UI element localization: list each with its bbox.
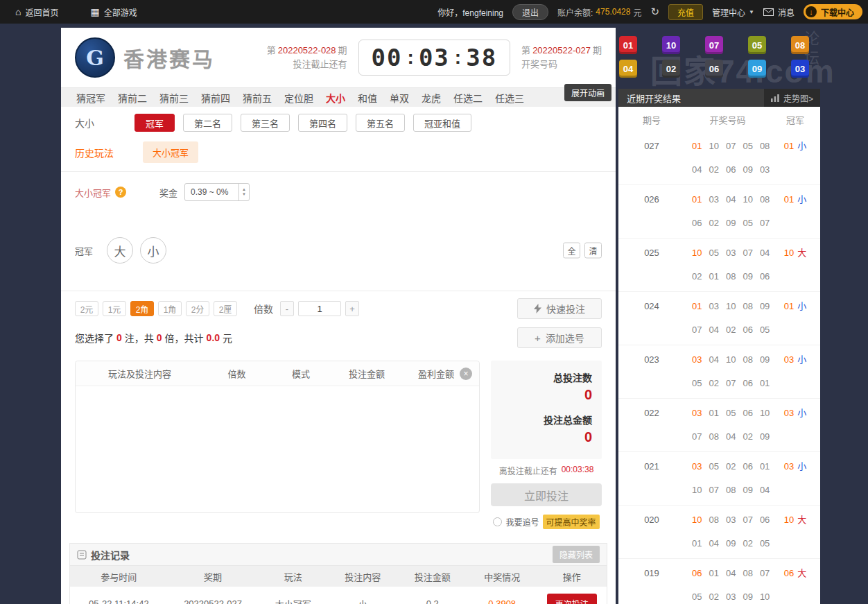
result-champion: 10大 [770,245,820,284]
champion-number: 03 [784,354,794,365]
amount-chip-2厘[interactable]: 2厘 [214,301,237,316]
plus-icon: + [535,332,541,344]
help-icon[interactable]: ? [115,187,126,198]
lottery-ball: 01 [619,36,637,54]
result-number-line: 0104090205 [692,536,770,551]
home-icon: ⌂ [15,6,21,17]
brand-title: 香港赛马 [123,42,215,73]
result-number: 04 [760,245,770,261]
nav-tab-猜前三[interactable]: 猜前三 [159,91,189,105]
position-button-冠军[interactable]: 冠军 [134,114,175,132]
nav-tab-猜前五[interactable]: 猜前五 [243,91,272,105]
result-number: 09 [726,536,736,551]
amount-chip-2分[interactable]: 2分 [186,301,209,316]
select-all-button[interactable]: 全 [563,243,580,259]
result-number: 01 [692,192,702,207]
balance-unit: 元 [633,6,641,18]
size-option-小[interactable]: 小 [140,237,166,264]
champion-number: 10 [784,248,794,258]
amount-chip-2角[interactable]: 2角 [130,301,154,316]
position-button-第三名[interactable]: 第三名 [241,114,290,132]
download-center-button[interactable]: ↓ 下载中心 [804,4,862,19]
messages-link[interactable]: 消息 [763,6,795,18]
result-number: 04 [760,483,770,498]
result-champion: 03小 [770,352,820,391]
grid-icon: ▦ [90,6,99,17]
result-number: 02 [692,269,702,284]
nav-tabs: 猜冠军猜前二猜前三猜前四猜前五定位胆大小和值单双龙虎任选二任选三 [76,91,524,105]
nav-tab-定位胆[interactable]: 定位胆 [284,91,313,105]
spinner-up-icon: ▲ [242,187,246,192]
position-button-冠亚和值[interactable]: 冠亚和值 [413,114,471,132]
result-number: 03 [726,589,736,604]
result-number-line: 0708040209 [692,429,770,445]
result-number: 10 [760,589,770,604]
nav-tab-单双[interactable]: 单双 [390,91,409,105]
nav-tab-猜前四[interactable]: 猜前四 [201,91,230,105]
position-button-第四名[interactable]: 第四名 [298,114,347,132]
result-issue: 020 [618,512,685,551]
nav-tab-和值[interactable]: 和值 [358,91,377,105]
position-button-第五名[interactable]: 第五名 [356,114,405,132]
nav-tab-任选二[interactable]: 任选二 [453,91,483,105]
amount-chip-1角[interactable]: 1角 [158,301,182,316]
result-number: 01 [709,406,718,421]
lottery-ball: 08 [791,36,809,54]
result-number: 08 [709,512,718,528]
close-icon[interactable]: × [460,368,472,380]
result-number: 03 [692,406,702,421]
hide-list-button[interactable]: 隐藏列表 [553,546,600,563]
nav-tab-猜冠军[interactable]: 猜冠军 [76,91,105,105]
refresh-balance-icon[interactable]: ↻ [650,6,659,18]
last-issue-info: 第20220522-027期 开奖号码 [521,44,602,71]
result-champion: 06大 [770,566,820,604]
amount-chip-1元[interactable]: 1元 [103,301,126,316]
chase-radio[interactable] [493,517,502,526]
history-play-tag[interactable]: 大小冠军 [143,141,198,163]
admin-center-menu[interactable]: 管理中心 ▼ [712,6,754,18]
expand-animation-button[interactable]: 展开动画 [564,84,611,101]
amount-section: 2元1元2角1角2分2厘 倍数 - 1 + 快速投注 您选择了 0 注，共 0 [61,291,616,348]
record-win: 0.3908 [467,598,537,604]
all-games-link[interactable]: ▦ 全部游戏 [90,6,137,18]
trend-chart-label: 走势图> [783,92,813,104]
history-play-label[interactable]: 历史玩法 [75,146,114,159]
logout-button[interactable]: 退出 [512,4,548,20]
prize-select[interactable]: 0.39 ~ 0% ▲ ▼ [184,183,250,201]
result-number: 07 [760,566,770,581]
add-selection-button[interactable]: + 添加选号 [517,327,602,348]
recharge-button[interactable]: 充值 [668,4,703,20]
multiplier-plus-button[interactable]: + [345,301,359,316]
records-title: 投注记录 [91,548,130,562]
result-issue: 027 [618,139,685,178]
result-number: 05 [760,322,770,338]
size-option-大[interactable]: 大 [107,237,133,264]
result-number: 07 [743,245,752,261]
result-number: 03 [709,299,718,314]
lottery-ball: 06 [705,60,723,78]
nav-tab-大小[interactable]: 大小 [326,91,345,105]
trend-chart-link[interactable]: 走势图> [764,89,820,107]
deadline-time: 00:03:38 [562,465,594,476]
rebet-button[interactable]: 再次投注 [547,594,597,604]
sidebar-title: 近期开奖结果 [618,92,681,105]
result-number: 07 [692,322,702,338]
bet-now-button[interactable]: 立即投注 [491,483,602,506]
position-button-第二名[interactable]: 第二名 [183,114,232,132]
current-issue-number: 20220522-028 [278,45,336,55]
quick-bet-button[interactable]: 快速投注 [517,298,602,319]
multiplier-minus-button[interactable]: - [280,301,294,316]
prize-spinner[interactable]: ▲ ▼ [238,184,249,200]
amount-chip-2元[interactable]: 2元 [75,301,98,316]
result-issue: 021 [618,459,685,498]
nav-tab-猜前二[interactable]: 猜前二 [118,91,147,105]
result-number-line: 0602090507 [692,216,770,231]
clear-button[interactable]: 清 [584,243,602,259]
multiplier-value[interactable]: 1 [298,301,341,316]
result-number: 08 [709,429,718,445]
back-home-link[interactable]: ⌂ 返回首页 [15,6,58,18]
history-row: 历史玩法 大小冠军 [61,136,616,172]
nav-tab-龙虎[interactable]: 龙虎 [422,91,441,105]
nav-tab-任选三[interactable]: 任选三 [495,91,524,105]
results-sidebar: 近期开奖结果 走势图> 期号 开奖号码 冠军 02701100705080402… [618,89,820,604]
